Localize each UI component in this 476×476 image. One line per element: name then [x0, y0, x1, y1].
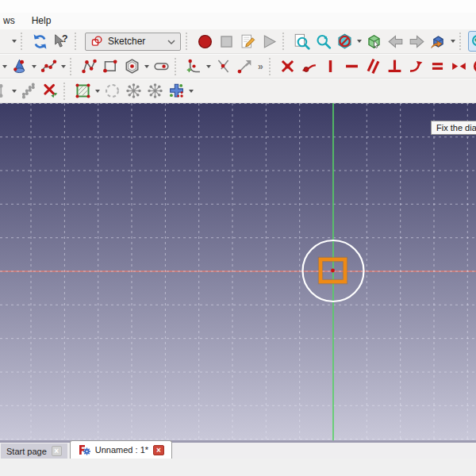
macro-play-button[interactable] — [259, 31, 279, 52]
create-slot-button[interactable] — [151, 56, 171, 77]
dropdown-caret[interactable] — [449, 31, 456, 52]
create-conic-button[interactable] — [9, 56, 29, 77]
nav-forward-button[interactable] — [406, 31, 427, 52]
refresh-button[interactable] — [29, 31, 50, 52]
draw-style-icon — [336, 33, 353, 50]
zoom-fit-icon — [294, 33, 310, 50]
dropdown-caret[interactable] — [30, 56, 37, 77]
box-selection-button[interactable] — [363, 31, 384, 52]
whats-this-button[interactable]: ? — [51, 31, 71, 52]
dropdown-caret[interactable] — [143, 56, 150, 77]
tooltip: Fix the diam — [431, 121, 476, 135]
dropdown-caret[interactable] — [10, 31, 17, 52]
tab-unnamed-document[interactable]: Unnamed : 1* × — [70, 440, 172, 459]
macro-stop-button[interactable] — [216, 31, 236, 52]
zoom-rotate-button[interactable] — [468, 31, 476, 52]
dashed-circle-button[interactable] — [102, 81, 122, 102]
extend-edge-button[interactable] — [234, 56, 255, 77]
tab-start-page[interactable]: Start page × — [1, 443, 67, 459]
create-polygon-button[interactable] — [121, 56, 142, 77]
constrain-symmetric-button[interactable] — [449, 56, 470, 77]
hatched-square-button[interactable] — [72, 81, 93, 102]
constrain-point-on-object-icon — [301, 58, 317, 75]
redo-arrow-icon — [0, 33, 8, 50]
plus-cluster-button[interactable] — [166, 81, 186, 102]
document-tabbar: Start page × Unnamed : 1* × — [0, 443, 476, 459]
zoom-fit-button[interactable] — [291, 31, 312, 52]
menu-item-help[interactable]: Help — [30, 14, 53, 27]
chevron-down-icon — [451, 40, 455, 43]
dashed-circle-icon — [104, 83, 121, 99]
constrain-horizontal-button[interactable] — [342, 56, 363, 77]
dropdown-caret[interactable] — [187, 81, 194, 102]
toolbar-separator — [186, 33, 190, 50]
workbench-selector-value: Sketcher — [108, 36, 163, 47]
create-polyline-icon — [81, 58, 98, 75]
dropdown-caret[interactable] — [355, 31, 363, 52]
macro-edit-icon — [240, 33, 256, 50]
snowflake-button[interactable] — [123, 81, 144, 102]
redo-arrow-button[interactable] — [0, 31, 10, 52]
chevron-down-icon — [167, 34, 175, 48]
constrain-point-on-object-button[interactable] — [299, 56, 320, 77]
dots-column-button[interactable] — [18, 81, 39, 102]
toolbar-overflow-indicator[interactable]: » — [255, 61, 266, 72]
toolbar-separator — [75, 33, 79, 50]
snowflake-button[interactable] — [144, 81, 165, 102]
constrain-block-button[interactable] — [470, 56, 476, 77]
constrain-parallel-button[interactable] — [363, 56, 384, 77]
trim-edge-button[interactable] — [213, 56, 233, 77]
create-bspline-icon — [40, 58, 57, 75]
nav-back-button[interactable] — [385, 31, 405, 52]
bracket-dots-icon — [0, 83, 8, 99]
chevron-down-icon — [12, 40, 17, 43]
constrain-horizontal-icon — [344, 58, 360, 75]
dropdown-caret[interactable] — [1, 56, 8, 77]
hatched-square-icon — [75, 83, 91, 99]
toolbar-separator — [21, 33, 25, 50]
toolbar-sketcher-geometry-constraints: » — [0, 54, 476, 79]
constrain-tangent-button[interactable] — [406, 56, 427, 77]
toolbar-separator — [269, 58, 274, 75]
create-polyline-button[interactable] — [79, 56, 99, 77]
create-bspline-button[interactable] — [38, 56, 59, 77]
create-rectangle-button[interactable] — [100, 56, 121, 77]
chevron-down-icon — [2, 65, 7, 68]
macro-edit-button[interactable] — [237, 31, 258, 52]
create-fillet-button[interactable] — [183, 56, 204, 77]
nav-back-icon — [387, 33, 404, 50]
constrain-coincident-icon — [279, 58, 296, 75]
workbench-selector[interactable]: Sketcher — [85, 33, 181, 51]
3d-viewport[interactable] — [0, 103, 476, 440]
macro-record-button[interactable] — [194, 31, 215, 52]
whats-this-icon: ? — [53, 33, 70, 50]
toolbar-separator — [459, 33, 464, 50]
draw-style-button[interactable] — [334, 31, 355, 52]
status-area — [0, 459, 476, 476]
dropdown-caret[interactable] — [10, 81, 17, 102]
constrain-vertical-icon — [322, 58, 339, 75]
delete-all-constraints-button[interactable] — [40, 81, 60, 102]
dropdown-caret[interactable] — [60, 56, 67, 77]
axonometric-view-icon — [430, 33, 447, 50]
constrain-perpendicular-icon — [386, 58, 403, 75]
zoom-selection-icon — [315, 33, 332, 50]
menu-item-windows[interactable]: ws — [2, 14, 17, 27]
chevron-down-icon — [144, 65, 149, 68]
close-icon[interactable]: × — [52, 446, 62, 456]
sketcher-workbench-icon — [90, 35, 104, 48]
constrain-equal-button[interactable] — [428, 56, 448, 77]
constrain-coincident-button[interactable] — [278, 56, 298, 77]
zoom-selection-button[interactable] — [313, 31, 333, 52]
dropdown-caret[interactable] — [205, 56, 212, 77]
close-icon[interactable]: × — [153, 445, 164, 455]
origin-point — [331, 269, 335, 273]
constrain-vertical-button[interactable] — [321, 56, 341, 77]
chevron-down-icon — [189, 90, 194, 93]
constrain-perpendicular-button[interactable] — [385, 56, 405, 77]
axonometric-view-button[interactable] — [428, 31, 448, 52]
snowflake-icon — [147, 83, 163, 99]
dropdown-caret[interactable] — [94, 81, 101, 102]
bracket-dots-button[interactable] — [0, 81, 10, 102]
chevron-down-icon — [12, 90, 17, 93]
